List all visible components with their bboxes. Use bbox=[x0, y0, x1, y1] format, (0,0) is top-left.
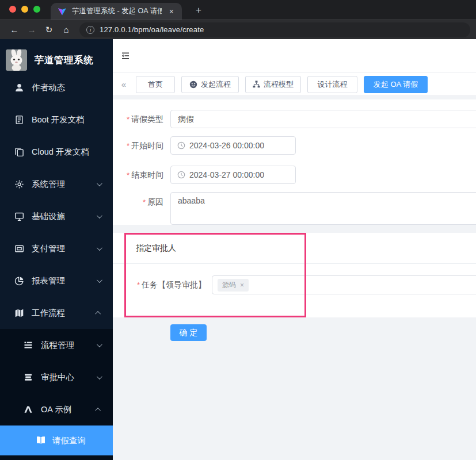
map-icon bbox=[14, 308, 24, 318]
sidebar-item-approval-center[interactable]: 审批中心 bbox=[0, 361, 113, 393]
sidebar-submenu: 流程管理 审批中心 OA 示例 请假查询 bbox=[0, 329, 113, 460]
sidebar-item-oa-example[interactable]: OA 示例 bbox=[0, 393, 113, 425]
sidebar-item-boot-docs[interactable]: Boot 开发文档 bbox=[0, 103, 113, 136]
sidebar-logo-row: 芋道管理系统 bbox=[6, 49, 93, 71]
page-tabs-bar: « 首页 发起流程 流程模型 设计流程 发起 OA 请假 bbox=[113, 73, 476, 96]
close-window-button[interactable] bbox=[9, 6, 16, 13]
approver-task-label: *任务【领导审批】 bbox=[113, 275, 212, 294]
payment-icon bbox=[14, 244, 24, 254]
required-mark: * bbox=[127, 115, 130, 124]
sidebar-item-label: 系统管理 bbox=[32, 179, 65, 190]
browser-chrome: 芋道管理系统 - 发起 OA 请假 × + ← → ↻ ⌂ i 127.0.0.… bbox=[0, 0, 476, 39]
main-area: « 首页 发起流程 流程模型 设计流程 发起 OA 请假 bbox=[113, 39, 476, 460]
tree-icon bbox=[253, 80, 260, 88]
fold-menu-icon[interactable] bbox=[121, 51, 130, 60]
leave-type-row: *请假类型 病假 bbox=[113, 110, 476, 129]
site-info-icon[interactable]: i bbox=[86, 26, 94, 34]
copy-document-icon bbox=[14, 147, 24, 157]
tab-process-model[interactable]: 流程模型 bbox=[245, 76, 301, 93]
tab-label: 首页 bbox=[148, 79, 163, 90]
required-mark: * bbox=[137, 281, 140, 289]
sidebar-item-reports[interactable]: 报表管理 bbox=[0, 264, 113, 297]
favicon bbox=[58, 7, 67, 16]
user-icon bbox=[14, 83, 24, 93]
reason-textarea[interactable]: abaaba bbox=[170, 192, 476, 225]
approver-card: 指定审批人 *任务【领导审批】 源码 × bbox=[113, 233, 476, 317]
sidebar-item-author-news[interactable]: 作者动态 bbox=[0, 71, 113, 103]
sidebar-item-infrastructure[interactable]: 基础设施 bbox=[0, 200, 113, 232]
sidebar-item-system[interactable]: 系统管理 bbox=[0, 168, 113, 200]
sidebar: 芋道管理系统 作者动态 Boot 开发文档 Cloud 开发文档 bbox=[0, 39, 113, 460]
logo-avatar bbox=[6, 49, 27, 71]
window-controls bbox=[9, 6, 40, 13]
sidebar-item-payment[interactable]: 支付管理 bbox=[0, 232, 113, 264]
guide-icon bbox=[24, 405, 33, 415]
browser-tabstrip: 芋道管理系统 - 发起 OA 请假 × + bbox=[0, 0, 476, 20]
sidebar-item-workflow[interactable]: 工作流程 bbox=[0, 297, 113, 329]
sidebar-item-process-mgmt[interactable]: 流程管理 bbox=[0, 329, 113, 361]
page-content: *请假类型 病假 *开始时间 2024-03-26 00:00:00 bbox=[113, 97, 476, 460]
monitor-icon bbox=[14, 212, 24, 221]
sidebar-item-leave-query[interactable]: 请假查询 bbox=[0, 425, 113, 455]
approver-task-row: *任务【领导审批】 源码 × bbox=[113, 275, 476, 294]
approver-tag-label: 源码 bbox=[222, 280, 236, 290]
tab-start-process[interactable]: 发起流程 bbox=[181, 76, 239, 93]
end-time-label: *结束时间 bbox=[113, 166, 170, 185]
clock-icon bbox=[177, 141, 185, 150]
sidebar-item-label: 请假查询 bbox=[52, 435, 86, 446]
tab-label: 流程模型 bbox=[264, 79, 294, 90]
approver-tag[interactable]: 源码 × bbox=[218, 279, 249, 292]
approver-select[interactable]: 源码 × bbox=[212, 275, 476, 294]
tag-close-icon[interactable]: × bbox=[240, 282, 244, 289]
app-frame: 芋道管理系统 作者动态 Boot 开发文档 Cloud 开发文档 bbox=[0, 39, 476, 460]
chevron-down-icon bbox=[97, 277, 102, 283]
sidebar-item-label: OA 示例 bbox=[41, 404, 71, 415]
leave-type-value: 病假 bbox=[178, 114, 194, 124]
leave-type-select[interactable]: 病假 bbox=[170, 110, 476, 128]
sidebar-item-label: 作者动态 bbox=[32, 82, 65, 93]
approver-card-title: 指定审批人 bbox=[113, 233, 476, 264]
address-bar[interactable]: i 127.0.0.1/bpm/oa/leave/create bbox=[79, 22, 470, 37]
tab-start-oa-leave[interactable]: 发起 OA 请假 bbox=[364, 76, 428, 93]
sidebar-item-label: 流程管理 bbox=[41, 340, 74, 351]
end-time-row: *结束时间 2024-03-27 00:00:00 bbox=[113, 166, 296, 185]
reason-label: *原因 bbox=[113, 192, 170, 225]
home-icon[interactable]: ⌂ bbox=[58, 25, 75, 34]
back-icon[interactable]: ← bbox=[6, 25, 23, 34]
sidebar-item-label: 审批中心 bbox=[41, 372, 74, 383]
start-time-input[interactable]: 2024-03-26 00:00:00 bbox=[170, 136, 296, 155]
start-time-label: *开始时间 bbox=[113, 136, 170, 155]
reload-icon[interactable]: ↻ bbox=[40, 25, 58, 35]
forward-icon[interactable]: → bbox=[23, 25, 40, 34]
url-text: 127.0.0.1/bpm/oa/leave/create bbox=[100, 25, 204, 34]
chevron-down-icon bbox=[97, 213, 102, 218]
app-title: 芋道管理系统 bbox=[35, 54, 93, 67]
sidebar-item-cloud-docs[interactable]: Cloud 开发文档 bbox=[0, 136, 113, 168]
pie-chart-icon bbox=[14, 276, 24, 286]
new-tab-button[interactable]: + bbox=[192, 4, 205, 17]
tab-home[interactable]: 首页 bbox=[136, 76, 175, 93]
sidebar-menu: 作者动态 Boot 开发文档 Cloud 开发文档 系统管理 bbox=[0, 71, 113, 329]
stack-icon bbox=[24, 373, 33, 382]
tab-close-icon[interactable]: × bbox=[167, 6, 176, 17]
tab-label: 发起 OA 请假 bbox=[374, 79, 418, 90]
submit-button[interactable]: 确 定 bbox=[170, 324, 207, 341]
minimize-window-button[interactable] bbox=[21, 6, 28, 13]
tab-label: 设计流程 bbox=[318, 79, 348, 90]
end-time-input[interactable]: 2024-03-27 00:00:00 bbox=[170, 166, 296, 184]
zoom-window-button[interactable] bbox=[33, 6, 40, 13]
tab-design-process[interactable]: 设计流程 bbox=[307, 76, 357, 93]
required-mark: * bbox=[127, 141, 130, 150]
browser-tab[interactable]: 芋道管理系统 - 发起 OA 请假 × bbox=[51, 3, 182, 20]
start-time-value: 2024-03-26 00:00:00 bbox=[189, 141, 264, 150]
chevron-down-icon bbox=[97, 181, 102, 186]
main-header bbox=[113, 39, 476, 73]
end-time-value: 2024-03-27 00:00:00 bbox=[189, 170, 264, 179]
chevron-down-icon bbox=[97, 245, 102, 251]
smiley-icon bbox=[189, 80, 197, 89]
chevron-up-icon bbox=[95, 310, 101, 316]
collapse-tabs-icon[interactable]: « bbox=[118, 79, 130, 89]
required-mark: * bbox=[143, 198, 146, 206]
chevron-up-icon bbox=[95, 407, 101, 413]
tab-label: 发起流程 bbox=[201, 79, 231, 90]
